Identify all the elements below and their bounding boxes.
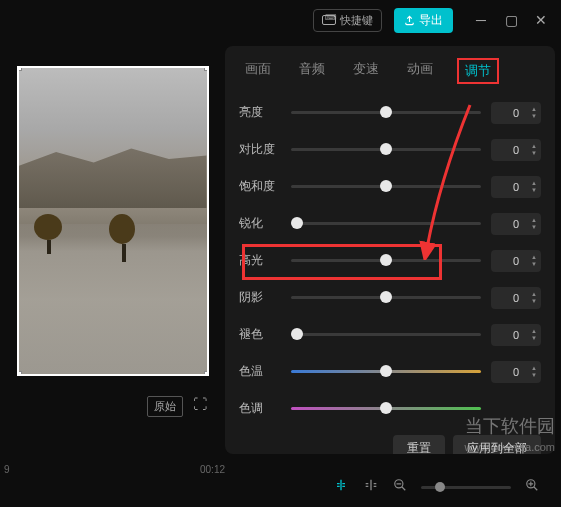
timeline: 9 00:12 [0,460,561,507]
slider-row: 高光0▲▼ [239,242,541,279]
step-down-icon[interactable]: ▼ [531,335,537,342]
step-up-icon[interactable]: ▲ [531,180,537,187]
step-up-icon[interactable]: ▲ [531,328,537,335]
slider-track[interactable] [291,333,481,336]
slider-value[interactable]: 0▲▼ [491,139,541,161]
step-down-icon[interactable]: ▼ [531,298,537,305]
step-down-icon[interactable]: ▼ [531,150,537,157]
slider-row: 锐化0▲▼ [239,205,541,242]
slider-track[interactable] [291,222,481,225]
window-controls: ─ ▢ ✕ [473,12,549,28]
shortcut-label: 快捷键 [340,13,373,28]
resize-handle-tr[interactable] [204,66,209,71]
tab-speed[interactable]: 变速 [349,58,383,84]
step-down-icon[interactable]: ▼ [531,261,537,268]
slider-track[interactable] [291,296,481,299]
slider-thumb[interactable] [380,291,392,303]
slider-label: 锐化 [239,215,281,232]
slider-label: 高光 [239,252,281,269]
slider-label: 阴影 [239,289,281,306]
slider-thumb[interactable] [291,217,303,229]
tab-picture[interactable]: 画面 [241,58,275,84]
tab-animation[interactable]: 动画 [403,58,437,84]
link-icon[interactable] [363,477,379,497]
reset-button[interactable]: 重置 [393,435,445,454]
resize-handle-bl[interactable] [17,371,22,376]
slider-label: 饱和度 [239,178,281,195]
slider-label: 对比度 [239,141,281,158]
slider-track[interactable] [291,111,481,114]
keyboard-icon [322,15,336,25]
fullscreen-icon[interactable]: ⛶ [193,396,207,417]
slider-track[interactable] [291,407,481,410]
step-up-icon[interactable]: ▲ [531,365,537,372]
slider-value[interactable]: 0▲▼ [491,324,541,346]
step-down-icon[interactable]: ▼ [531,113,537,120]
step-down-icon[interactable]: ▼ [531,187,537,194]
time-tick: 00:12 [200,464,225,475]
slider-thumb[interactable] [380,402,392,414]
export-icon [404,15,415,26]
slider-label: 褪色 [239,326,281,343]
slider-thumb[interactable] [291,328,303,340]
slider-track[interactable] [291,370,481,373]
shortcut-button[interactable]: 快捷键 [313,9,382,32]
time-tick: 9 [4,464,10,475]
slider-row: 亮度0▲▼ [239,94,541,131]
export-label: 导出 [419,12,443,29]
tabs: 画面 音频 变速 动画 调节 [225,46,555,94]
step-down-icon[interactable]: ▼ [531,224,537,231]
preview-frame[interactable] [17,66,209,376]
slider-value[interactable]: 0▲▼ [491,102,541,124]
step-up-icon[interactable]: ▲ [531,106,537,113]
slider-track[interactable] [291,185,481,188]
slider-row: 色调 [239,390,541,427]
step-down-icon[interactable]: ▼ [531,372,537,379]
slider-thumb[interactable] [380,106,392,118]
slider-label: 色温 [239,363,281,380]
resize-handle-br[interactable] [204,371,209,376]
tab-audio[interactable]: 音频 [295,58,329,84]
slider-value[interactable]: 0▲▼ [491,176,541,198]
slider-thumb[interactable] [380,365,392,377]
step-up-icon[interactable]: ▲ [531,143,537,150]
maximize-button[interactable]: ▢ [503,12,519,28]
step-up-icon[interactable]: ▲ [531,217,537,224]
export-button[interactable]: 导出 [394,8,453,33]
slider-thumb[interactable] [380,180,392,192]
slider-track[interactable] [291,259,481,262]
resize-handle-tl[interactable] [17,66,22,71]
zoom-out-icon[interactable] [393,478,407,496]
slider-value[interactable]: 0▲▼ [491,361,541,383]
slider-row: 阴影0▲▼ [239,279,541,316]
title-bar: 快捷键 导出 ─ ▢ ✕ [0,0,561,40]
slider-label: 亮度 [239,104,281,121]
tab-adjust[interactable]: 调节 [457,58,499,84]
zoom-slider[interactable] [421,486,511,489]
slider-track[interactable] [291,148,481,151]
step-up-icon[interactable]: ▲ [531,254,537,261]
minimize-button[interactable]: ─ [473,12,489,28]
slider-value[interactable]: 0▲▼ [491,213,541,235]
slider-label: 色调 [239,400,281,417]
original-button[interactable]: 原始 [147,396,183,417]
slider-value[interactable]: 0▲▼ [491,287,541,309]
snap-icon[interactable] [333,477,349,497]
apply-all-button[interactable]: 应用到全部 [453,435,541,454]
slider-row: 饱和度0▲▼ [239,168,541,205]
step-up-icon[interactable]: ▲ [531,291,537,298]
close-button[interactable]: ✕ [533,12,549,28]
slider-row: 色温0▲▼ [239,353,541,390]
preview-pane: 原始 ⛶ [0,40,225,460]
slider-thumb[interactable] [380,254,392,266]
sliders-list: 亮度0▲▼对比度0▲▼饱和度0▲▼锐化0▲▼高光0▲▼阴影0▲▼褪色0▲▼色温0… [225,94,555,427]
slider-row: 对比度0▲▼ [239,131,541,168]
zoom-in-icon[interactable] [525,478,539,496]
adjust-panel: 画面 音频 变速 动画 调节 亮度0▲▼对比度0▲▼饱和度0▲▼锐化0▲▼高光0… [225,46,555,454]
slider-value[interactable]: 0▲▼ [491,250,541,272]
slider-row: 褪色0▲▼ [239,316,541,353]
slider-thumb[interactable] [380,143,392,155]
